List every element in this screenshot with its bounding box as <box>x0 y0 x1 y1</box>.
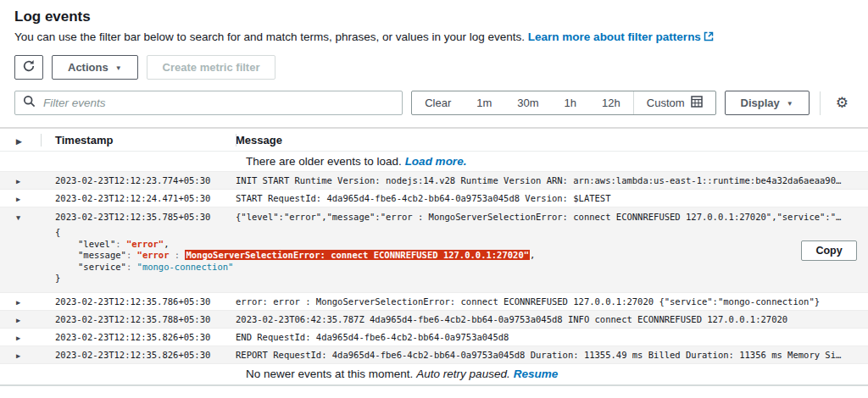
calendar-icon <box>691 96 703 110</box>
table-row-expanded[interactable]: ▼ 2023-02-23T12:12:35.785+05:30 {"level"… <box>0 207 868 225</box>
display-label: Display <box>741 97 780 109</box>
time-range-1m[interactable]: 1m <box>464 91 504 114</box>
expand-row-icon[interactable]: ▶ <box>16 351 20 360</box>
row-message: INIT_START Runtime Version: nodejs:14.v2… <box>236 175 868 185</box>
actions-button[interactable]: Actions ▼ <box>52 55 138 80</box>
table-row[interactable]: ▶ 2023-02-23T12:12:24.471+05:30 START Re… <box>0 190 868 207</box>
timestamp-column-header[interactable]: Timestamp <box>41 134 236 146</box>
learn-more-label: Learn more about filter patterns <box>528 30 701 43</box>
time-range-custom[interactable]: Custom <box>633 91 715 114</box>
expand-row-icon[interactable]: ▶ <box>16 195 20 203</box>
filter-bar: Clear 1m 30m 1h 12h Custom Display ▼ ⚙ <box>0 91 868 115</box>
filter-events-input[interactable] <box>42 96 394 110</box>
auto-retry-status: Auto retry paused. <box>416 368 509 380</box>
page-header: Log events You can use the filter bar be… <box>0 0 868 80</box>
create-metric-filter-label: Create metric filter <box>163 61 260 74</box>
row-timestamp: 2023-02-23T12:12:35.826+05:30 <box>41 332 236 342</box>
json-service-line: "service": "mongo-connection" <box>55 262 868 274</box>
collapse-row-icon[interactable]: ▼ <box>16 213 20 222</box>
json-open-brace: { <box>55 227 868 239</box>
table-row[interactable]: ▶ 2023-02-23T12:12:35.826+05:30 END Requ… <box>0 329 868 346</box>
page-description: You can use the filter bar below to sear… <box>14 30 854 45</box>
chevron-down-icon: ▼ <box>787 101 793 108</box>
table-row[interactable]: ▶ 2023-02-23T12:12:23.774+05:30 INIT_STA… <box>0 172 868 190</box>
divider <box>820 91 821 115</box>
table-header: ▶ Timestamp Message <box>0 129 868 152</box>
gear-icon[interactable]: ⚙ <box>831 96 854 110</box>
table-row[interactable]: ▶ 2023-02-23T12:12:35.788+05:30 2023-02-… <box>0 311 868 329</box>
row-timestamp: 2023-02-23T12:12:24.471+05:30 <box>41 193 236 203</box>
divider <box>41 134 42 146</box>
newer-events-banner: No newer events at this moment. Auto ret… <box>0 364 868 384</box>
row-message: {"level":"error","message":"error : Mong… <box>236 212 868 222</box>
create-metric-filter-button[interactable]: Create metric filter <box>147 55 276 80</box>
expanded-event-block: ▼ 2023-02-23T12:12:35.785+05:30 {"level"… <box>0 207 868 293</box>
json-level-line: "level": "error", <box>55 239 868 251</box>
divider <box>236 134 236 146</box>
time-range-12h[interactable]: 12h <box>589 91 633 114</box>
table-row[interactable]: ▶ 2023-02-23T12:12:35.786+05:30 error: e… <box>0 293 868 311</box>
display-button[interactable]: Display ▼ <box>725 91 810 115</box>
search-box[interactable] <box>14 91 403 115</box>
row-timestamp: 2023-02-23T12:12:35.786+05:30 <box>41 296 236 307</box>
custom-label: Custom <box>647 97 685 109</box>
json-message-line: "message": "error : MongoServerSelection… <box>55 250 868 262</box>
copy-button[interactable]: Copy <box>801 240 857 261</box>
error-highlight: MongoServerSelectionError: connect ECONN… <box>185 250 530 260</box>
row-timestamp: 2023-02-23T12:12:35.788+05:30 <box>41 314 236 324</box>
external-link-icon <box>701 30 714 43</box>
newer-events-text: No newer events at this moment. <box>246 368 413 380</box>
time-range-30m[interactable]: 30m <box>504 91 551 114</box>
row-timestamp: 2023-02-23T12:12:35.826+05:30 <box>41 350 236 360</box>
older-events-banner: There are older events to load. Load mor… <box>0 152 868 172</box>
row-message: 2023-02-23T06:42:35.787Z 4da965d4-fbe6-4… <box>236 314 868 324</box>
actions-label: Actions <box>68 61 108 74</box>
row-timestamp: 2023-02-23T12:12:23.774+05:30 <box>41 175 236 185</box>
row-message: START RequestId: 4da965d4-fbe6-4cb2-bb64… <box>236 193 868 203</box>
row-timestamp: 2023-02-23T12:12:35.785+05:30 <box>41 212 236 222</box>
refresh-icon <box>22 59 36 75</box>
row-message: END RequestId: 4da965d4-fbe6-4cb2-bb64-0… <box>236 332 868 342</box>
log-events-table: ▶ Timestamp Message There are older even… <box>0 127 868 386</box>
time-range-1h[interactable]: 1h <box>552 91 589 114</box>
expand-row-icon[interactable]: ▶ <box>16 298 20 307</box>
description-text: You can use the filter bar below to sear… <box>14 30 525 43</box>
search-icon <box>23 95 36 111</box>
expand-row-icon[interactable]: ▶ <box>16 177 20 185</box>
toolbar: Actions ▼ Create metric filter <box>14 55 854 80</box>
load-more-link[interactable]: Load more. <box>405 155 467 168</box>
time-range-clear[interactable]: Clear <box>412 91 464 114</box>
page-title: Log events <box>14 8 854 25</box>
json-close-brace: } <box>55 273 868 285</box>
expand-row-icon[interactable]: ▶ <box>16 334 20 342</box>
event-json-detail: {"level": "error","message": "error : Mo… <box>0 225 868 292</box>
chevron-down-icon: ▼ <box>115 65 122 72</box>
expand-all-icon[interactable]: ▶ <box>16 137 22 146</box>
row-message: error: error : MongoServerSelectionError… <box>236 296 868 307</box>
message-column-header[interactable]: Message <box>236 134 868 146</box>
expand-row-icon[interactable]: ▶ <box>16 316 20 324</box>
table-row[interactable]: ▶ 2023-02-23T12:12:35.826+05:30 REPORT R… <box>0 346 868 364</box>
learn-more-link[interactable]: Learn more about filter patterns <box>528 30 714 43</box>
refresh-button[interactable] <box>14 55 43 80</box>
resume-link[interactable]: Resume <box>514 368 559 380</box>
time-range-control: Clear 1m 30m 1h 12h Custom <box>411 91 715 115</box>
older-events-text: There are older events to load. <box>246 155 402 168</box>
row-message: REPORT RequestId: 4da965d4-fbe6-4cb2-bb6… <box>236 350 868 360</box>
